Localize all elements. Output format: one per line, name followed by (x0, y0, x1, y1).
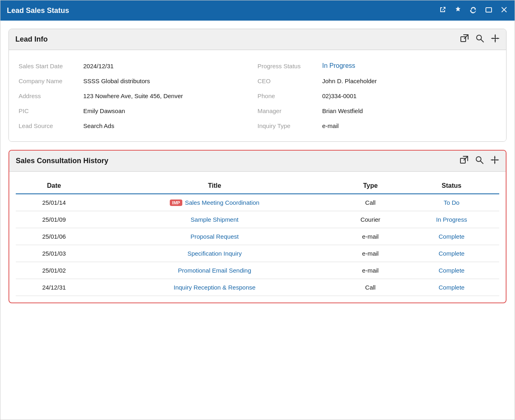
label-progress-status: Progress Status (258, 63, 322, 69)
value-address: 123 Nowhere Ave, Suite 456, Denver (83, 92, 258, 99)
sales-history-move-icon[interactable] (490, 155, 499, 166)
info-ceo: CEO John D. Placeholder (258, 74, 496, 88)
info-lead-source: Lead Source Search Ads (19, 118, 258, 133)
pin-icon[interactable] (454, 6, 462, 16)
value-lead-source: Search Ads (83, 122, 258, 129)
lead-info-search-icon[interactable] (475, 34, 484, 45)
sales-history-external-icon[interactable] (460, 155, 469, 166)
cell-title[interactable]: IMPSales Meeting Coordination (92, 194, 337, 211)
info-pic: PIC Emily Dawsoan (19, 103, 258, 118)
label-company-name: Company Name (19, 78, 83, 84)
cell-type: Call (337, 194, 404, 211)
lead-info-move-icon[interactable] (491, 34, 500, 45)
label-manager: Manager (258, 107, 322, 114)
cell-title[interactable]: Inquiry Reception & Response (92, 279, 337, 296)
cell-status: Complete (404, 228, 499, 245)
label-sales-start-date: Sales Start Date (19, 63, 83, 69)
info-sales-start-date: Sales Start Date 2024/12/31 (19, 58, 258, 74)
cell-date: 25/01/03 (16, 245, 92, 262)
label-phone: Phone (258, 92, 322, 99)
window-title: Lead Sales Status (7, 6, 439, 15)
window-body: Lead Info (0, 21, 515, 420)
cell-date: 25/01/06 (16, 228, 92, 245)
label-inquiry-type: Inquiry Type (258, 122, 322, 129)
col-date: Date (16, 178, 92, 194)
cell-title[interactable]: Specification Inquiry (92, 245, 337, 262)
table-row: 25/01/03Specification Inquirye-mailCompl… (16, 245, 499, 262)
cell-type: Call (337, 279, 404, 296)
value-pic: Emily Dawsoan (83, 107, 258, 114)
sales-history-header: Sales Consultation History (9, 151, 506, 172)
sales-history-header-icons (460, 155, 499, 166)
svg-point-15 (476, 157, 481, 162)
cell-title[interactable]: Sample Shipment (92, 211, 337, 228)
sales-history-search-icon[interactable] (475, 155, 484, 166)
cell-date: 25/01/14 (16, 194, 92, 211)
info-progress-status: Progress Status In Progress (258, 58, 496, 74)
value-progress-status: In Progress (322, 62, 496, 69)
refresh-icon[interactable] (469, 6, 477, 16)
svg-line-16 (481, 161, 483, 164)
title-link[interactable]: Sales Meeting Coordination (185, 199, 259, 206)
app-window: Lead Sales Status (0, 0, 515, 420)
title-link[interactable]: Promotional Email Sending (178, 267, 251, 274)
svg-marker-12 (497, 38, 499, 39)
title-link[interactable]: Inquiry Reception & Response (173, 284, 255, 291)
label-address: Address (19, 92, 83, 99)
cell-status: In Progress (404, 211, 499, 228)
sales-history-title: Sales Consultation History (16, 157, 108, 165)
info-address: Address 123 Nowhere Ave, Suite 456, Denv… (19, 88, 258, 103)
svg-marker-11 (492, 38, 493, 39)
label-lead-source: Lead Source (19, 122, 83, 129)
value-sales-start-date: 2024/12/31 (83, 63, 258, 69)
value-ceo: John D. Placeholder (322, 78, 496, 84)
close-icon[interactable] (500, 6, 508, 16)
cell-status: Complete (404, 245, 499, 262)
cell-date: 25/01/09 (16, 211, 92, 228)
svg-rect-0 (486, 8, 492, 12)
info-phone: Phone 02)334-0001 (258, 88, 496, 103)
svg-point-5 (477, 35, 481, 40)
svg-marker-22 (497, 159, 498, 161)
cell-title[interactable]: Proposal Request (92, 228, 337, 245)
cell-title[interactable]: Promotional Email Sending (92, 262, 337, 279)
title-link[interactable]: Proposal Request (190, 233, 239, 240)
value-phone: 02)334-0001 (322, 92, 496, 99)
cell-status: To Do (404, 194, 499, 211)
lead-info-header-icons (460, 34, 500, 45)
svg-line-6 (481, 40, 483, 42)
col-status: Status (404, 178, 499, 194)
title-link[interactable]: Specification Inquiry (188, 250, 242, 257)
table-row: 24/12/31Inquiry Reception & ResponseCall… (16, 279, 499, 296)
cell-date: 24/12/31 (16, 279, 92, 296)
info-company-name: Company Name SSSS Global distributors (19, 74, 258, 88)
table-body: 25/01/14IMPSales Meeting CoordinationCal… (16, 194, 499, 296)
external-link-icon[interactable] (439, 6, 447, 16)
lead-info-title: Lead Info (15, 35, 48, 44)
col-type: Type (337, 178, 404, 194)
sales-history-table: Date Title Type Status 25/01/14IMPSales … (16, 178, 499, 296)
svg-marker-19 (494, 156, 496, 158)
table-row: 25/01/09Sample ShipmentCourierIn Progres… (16, 211, 499, 228)
lead-info-external-icon[interactable] (460, 34, 469, 45)
imp-badge: IMP (170, 200, 183, 206)
cell-status: Complete (404, 279, 499, 296)
info-manager: Manager Brian Westfield (258, 103, 496, 118)
maximize-icon[interactable] (485, 6, 493, 16)
lead-info-content: Sales Start Date 2024/12/31 Progress Sta… (9, 50, 506, 141)
lead-info-panel: Lead Info (8, 29, 507, 142)
svg-marker-21 (491, 159, 493, 161)
svg-marker-10 (494, 40, 496, 42)
cell-status: Complete (404, 262, 499, 279)
table-row: 25/01/02Promotional Email Sendinge-mailC… (16, 262, 499, 279)
table-row: 25/01/06Proposal Requeste-mailComplete (16, 228, 499, 245)
lead-info-header: Lead Info (9, 29, 506, 50)
cell-type: e-mail (337, 262, 404, 279)
col-title: Title (92, 178, 337, 194)
table-header-row: Date Title Type Status (16, 178, 499, 194)
title-link[interactable]: Sample Shipment (191, 216, 239, 223)
cell-type: e-mail (337, 245, 404, 262)
svg-marker-20 (494, 162, 496, 164)
lead-info-grid: Sales Start Date 2024/12/31 Progress Sta… (19, 58, 496, 133)
value-manager: Brian Westfield (322, 107, 496, 114)
